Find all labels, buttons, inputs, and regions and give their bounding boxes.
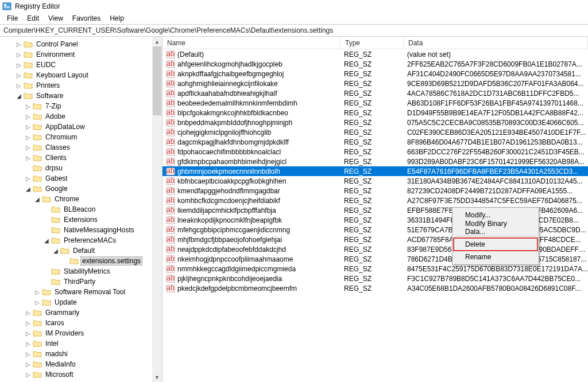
chevron-right-icon[interactable]: ▷	[15, 83, 22, 89]
menu-favorites[interactable]: Favorites	[68, 13, 105, 24]
tree-item[interactable]: drpsu	[2, 163, 162, 173]
value-row[interactable]: abcjohejgigkmiclpgnilojffhiohcglibREG_SZ…	[163, 127, 588, 137]
string-value-icon: ab	[166, 158, 175, 166]
value-row[interactable]: ab(Default)REG_SZ(value not set)	[163, 49, 588, 59]
tree-item[interactable]: ThirdParty	[2, 276, 162, 287]
tree-item[interactable]: ▷AppDataLow	[2, 122, 162, 132]
value-row[interactable]: abkbfnbcaeplbcioakkpcpgfkobkghlhenREG_SZ…	[163, 176, 588, 186]
tree-scrollbar[interactable]: ▲ ▼	[152, 37, 162, 382]
tree-item[interactable]: ▷Update	[2, 297, 162, 307]
chevron-right-icon[interactable]: ▷	[33, 299, 41, 306]
tree-item[interactable]: ▷EUDC	[2, 60, 162, 70]
ctx-delete[interactable]: Delete	[454, 238, 537, 251]
tree-item[interactable]: ▷Chromium	[2, 132, 162, 142]
chevron-right-icon[interactable]: ▷	[24, 330, 32, 337]
tree-item[interactable]: ▷Control Panel	[2, 39, 162, 49]
string-value-icon: ab	[166, 265, 175, 273]
tree-item[interactable]: StabilityMetrics	[2, 266, 162, 276]
menu-help[interactable]: Help	[105, 13, 129, 24]
column-type[interactable]: Type	[341, 37, 404, 49]
chevron-right-icon[interactable]: ▷	[24, 320, 32, 326]
chevron-right-icon[interactable]: ▷	[24, 114, 32, 120]
menu-view[interactable]: View	[44, 13, 68, 24]
tree-item[interactable]: ▷Classes	[2, 142, 162, 153]
tree-item[interactable]: ◢PreferenceMACs	[2, 235, 162, 245]
ctx-modify-binary[interactable]: Modify Binary Data...	[454, 221, 537, 234]
value-row[interactable]: abbnbpeddmakpmbIddofjhnoghpjminjphREG_SZ…	[163, 118, 588, 127]
chevron-right-icon[interactable]: ▷	[24, 372, 32, 378]
scroll-down-icon[interactable]: ▼	[152, 372, 162, 382]
chevron-right-icon[interactable]: ▷	[24, 310, 32, 316]
tree-item[interactable]: ◢Google	[2, 184, 162, 194]
tree-item[interactable]: ▷Adobe	[2, 111, 162, 122]
value-row[interactable]: abaknpkdffaafgjchaibgeefbgmgeghlojREG_SZ…	[163, 69, 588, 79]
chevron-right-icon[interactable]: ▷	[24, 361, 32, 368]
tree-item[interactable]: ▷Keyboard Layout	[2, 70, 162, 80]
scroll-thumb[interactable]	[153, 46, 161, 115]
value-type: REG_SZ	[344, 60, 407, 68]
chevron-right-icon[interactable]: ▷	[24, 176, 32, 182]
menu-edit[interactable]: Edit	[22, 13, 44, 24]
tree-item[interactable]: ▷Gabest	[2, 173, 162, 184]
ctx-rename[interactable]: Rename	[454, 251, 537, 263]
chevron-down-icon[interactable]: ◢	[15, 93, 22, 99]
column-data[interactable]: Data	[404, 37, 588, 49]
value-row[interactable]: abkmendfapggjehodndflmmgagdbarREG_SZ8272…	[163, 186, 588, 196]
value-row[interactable]: abfdpohaocaechifimbbbbbknoalclaclREG_SZ6…	[163, 147, 588, 157]
value-row[interactable]: abaohghmighlieiainnegkcijnfilokakeREG_SZ…	[163, 79, 588, 88]
tree-item[interactable]: extensions.settings	[2, 256, 162, 266]
chevron-right-icon[interactable]: ▷	[24, 124, 32, 130]
value-row[interactable]: abnmmhkkegccagdldgiimedpiccmgmiedaREG_SZ…	[163, 264, 588, 274]
tree-item[interactable]: ◢Default	[2, 245, 162, 256]
chevron-right-icon[interactable]: ▷	[15, 41, 22, 48]
chevron-right-icon[interactable]: ▷	[24, 134, 32, 141]
value-row[interactable]: abghbmnnjooekpmoecnnnilnnbdlolhREG_SZE54…	[163, 166, 588, 176]
chevron-right-icon[interactable]: ▷	[15, 72, 22, 79]
tree-item[interactable]: ▷Printers	[2, 80, 162, 91]
chevron-down-icon[interactable]: ◢	[33, 196, 41, 202]
chevron-right-icon[interactable]: ▷	[15, 52, 22, 58]
value-row[interactable]: abpjkljhegncpnkpknbcohdijeoejaediaREG_SZ…	[163, 274, 588, 283]
value-row[interactable]: abpkedcjkdefgpdelpbcmbmeomcjbeemfmREG_SZ…	[163, 283, 588, 293]
chevron-right-icon[interactable]: ▷	[24, 145, 32, 151]
tree-item[interactable]: ▷7-Zip	[2, 101, 162, 111]
address-bar[interactable]: Computer\HKEY_CURRENT_USER\Software\Goog…	[0, 24, 588, 37]
tree-item[interactable]: ▷Icaros	[2, 318, 162, 328]
tree-item[interactable]: NativeMessagingHosts	[2, 225, 162, 235]
chevron-right-icon[interactable]: ▷	[33, 289, 41, 295]
chevron-right-icon[interactable]: ▷	[24, 103, 32, 110]
chevron-right-icon[interactable]: ▷	[24, 341, 32, 347]
value-row[interactable]: abahfgeienlihckogmohjhadlkjgocplebREG_SZ…	[163, 59, 588, 69]
chevron-down-icon[interactable]: ◢	[42, 237, 50, 244]
value-row[interactable]: abapdfllckaahabafndbhieahigkjlhalfREG_SZ…	[163, 88, 588, 98]
value-row[interactable]: abbeobeededemalmllhkmnkinmfembdimhREG_SZ…	[163, 98, 588, 108]
chevron-down-icon[interactable]: ◢	[52, 248, 59, 254]
tree-item[interactable]: ◢Software	[2, 91, 162, 101]
value-row[interactable]: abdagcmkpagjlhakfdhnbomgmjdpkdklffREG_SZ…	[163, 137, 588, 147]
value-row[interactable]: abkomhbcfkdcgmcdoenjcjheifdiabikfREG_SZA…	[163, 196, 588, 205]
chevron-down-icon[interactable]: ◢	[24, 186, 32, 192]
tree-item[interactable]: BLBeacon	[2, 204, 162, 215]
tree-item-label: IM Providers	[44, 329, 85, 337]
tree-item[interactable]: ◢Chrome	[2, 194, 162, 204]
tree-item[interactable]: ▷Environment	[2, 49, 162, 60]
tree-item[interactable]: ▷Clients	[2, 153, 162, 163]
value-row[interactable]: abblpcfgokakmgnkcojhhkbfbldkacnbeoREG_SZ…	[163, 108, 588, 118]
tree-item[interactable]: Extensions	[2, 215, 162, 225]
tree-item[interactable]: ▷Grammarly	[2, 307, 162, 318]
tree-item[interactable]: ▷MediaInfo	[2, 359, 162, 369]
menu-file[interactable]: File	[2, 13, 22, 24]
tree-item[interactable]: ▷Software Removal Tool	[2, 287, 162, 297]
tree-item[interactable]: ▷MozillaPlugins	[2, 380, 162, 382]
chevron-right-icon[interactable]: ▷	[15, 62, 22, 68]
chevron-right-icon[interactable]: ▷	[24, 351, 32, 357]
value-row[interactable]: abgfdkimpbcpahaombhbimeihdjnejgiclREG_SZ…	[163, 157, 588, 166]
scroll-up-icon[interactable]: ▲	[152, 37, 162, 46]
column-name[interactable]: Name	[163, 37, 341, 49]
tree-item[interactable]: ▷Microsoft	[2, 369, 162, 380]
tree-item[interactable]: ▷Intel	[2, 338, 162, 349]
folder-icon	[24, 71, 33, 79]
tree-item[interactable]: ▷IM Providers	[2, 328, 162, 338]
tree-item[interactable]: ▷madshi	[2, 349, 162, 359]
chevron-right-icon[interactable]: ▷	[24, 155, 32, 161]
